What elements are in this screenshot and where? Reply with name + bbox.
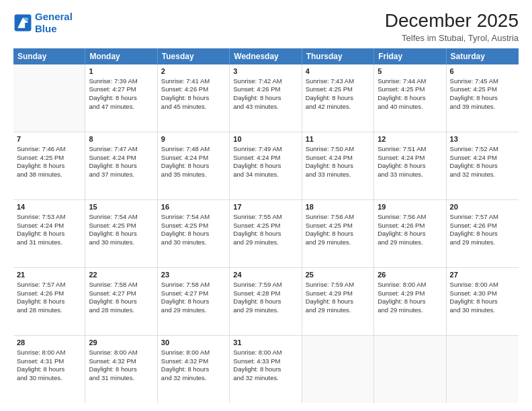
day-info: Sunrise: 7:39 AM Sunset: 4:27 PM Dayligh…	[89, 77, 137, 110]
day-number: 11	[306, 134, 370, 144]
day-info: Sunrise: 7:58 AM Sunset: 4:27 PM Dayligh…	[89, 281, 137, 314]
day-number: 2	[161, 66, 226, 77]
day-info: Sunrise: 8:00 AM Sunset: 4:33 PM Dayligh…	[233, 349, 281, 381]
day-info: Sunrise: 7:54 AM Sunset: 4:25 PM Dayligh…	[161, 213, 210, 246]
day-number: 28	[17, 338, 81, 348]
day-number: 30	[161, 338, 226, 348]
title-block: December 2025 Telfes im Stubai, Tyrol, A…	[385, 11, 519, 43]
calendar-cell: 15Sunrise: 7:54 AM Sunset: 4:25 PM Dayli…	[85, 200, 157, 267]
day-info: Sunrise: 7:55 AM Sunset: 4:25 PM Dayligh…	[233, 213, 281, 246]
day-number: 31	[233, 338, 298, 348]
header-day-saturday: Saturday	[447, 48, 519, 64]
day-info: Sunrise: 7:46 AM Sunset: 4:25 PM Dayligh…	[17, 145, 65, 178]
day-number: 27	[450, 270, 515, 280]
calendar-cell: 17Sunrise: 7:55 AM Sunset: 4:25 PM Dayli…	[230, 200, 302, 267]
calendar-cell: 14Sunrise: 7:53 AM Sunset: 4:24 PM Dayli…	[13, 200, 85, 267]
day-number: 24	[233, 270, 298, 280]
header-day-monday: Monday	[85, 48, 157, 64]
calendar-cell: 28Sunrise: 8:00 AM Sunset: 4:31 PM Dayli…	[13, 336, 85, 403]
calendar-cell	[302, 336, 374, 403]
header-day-friday: Friday	[374, 48, 446, 64]
header-day-sunday: Sunday	[13, 48, 85, 64]
day-number: 26	[378, 270, 442, 280]
day-info: Sunrise: 7:43 AM Sunset: 4:25 PM Dayligh…	[306, 77, 354, 110]
day-info: Sunrise: 7:59 AM Sunset: 4:29 PM Dayligh…	[306, 281, 354, 314]
header-day-tuesday: Tuesday	[158, 48, 230, 64]
day-number: 6	[450, 66, 515, 77]
calendar-cell: 13Sunrise: 7:52 AM Sunset: 4:24 PM Dayli…	[447, 132, 519, 199]
calendar-cell: 18Sunrise: 7:56 AM Sunset: 4:25 PM Dayli…	[302, 200, 374, 267]
day-number: 10	[233, 134, 298, 144]
calendar-cell: 30Sunrise: 8:00 AM Sunset: 4:32 PM Dayli…	[158, 336, 230, 403]
day-number: 13	[450, 134, 515, 144]
day-number: 9	[161, 134, 226, 144]
calendar-cell: 7Sunrise: 7:46 AM Sunset: 4:25 PM Daylig…	[13, 132, 85, 199]
calendar-cell	[13, 64, 85, 132]
day-info: Sunrise: 8:00 AM Sunset: 4:32 PM Dayligh…	[161, 349, 210, 381]
day-number: 21	[17, 270, 81, 280]
calendar-cell: 22Sunrise: 7:58 AM Sunset: 4:27 PM Dayli…	[85, 268, 157, 335]
calendar-cell: 19Sunrise: 7:56 AM Sunset: 4:26 PM Dayli…	[374, 200, 446, 267]
calendar-body: 1Sunrise: 7:39 AM Sunset: 4:27 PM Daylig…	[13, 64, 519, 403]
day-info: Sunrise: 7:41 AM Sunset: 4:26 PM Dayligh…	[161, 77, 210, 110]
calendar-cell	[374, 336, 446, 403]
header-day-wednesday: Wednesday	[230, 48, 302, 64]
day-info: Sunrise: 7:51 AM Sunset: 4:24 PM Dayligh…	[378, 145, 426, 178]
page: General Blue December 2025 Telfes im Stu…	[0, 0, 532, 411]
day-number: 3	[233, 66, 298, 77]
logo-text: General Blue	[35, 11, 73, 35]
day-info: Sunrise: 7:57 AM Sunset: 4:26 PM Dayligh…	[450, 213, 498, 246]
calendar-cell: 3Sunrise: 7:42 AM Sunset: 4:26 PM Daylig…	[230, 64, 302, 132]
day-info: Sunrise: 7:48 AM Sunset: 4:24 PM Dayligh…	[161, 145, 210, 178]
calendar-cell: 11Sunrise: 7:50 AM Sunset: 4:24 PM Dayli…	[302, 132, 374, 199]
day-number: 5	[378, 66, 442, 77]
calendar-cell: 9Sunrise: 7:48 AM Sunset: 4:24 PM Daylig…	[158, 132, 230, 199]
header-day-thursday: Thursday	[302, 48, 374, 64]
logo-line1: General	[35, 11, 73, 22]
calendar-week-5: 28Sunrise: 8:00 AM Sunset: 4:31 PM Dayli…	[13, 336, 519, 403]
day-info: Sunrise: 8:00 AM Sunset: 4:31 PM Dayligh…	[17, 349, 65, 381]
day-number: 12	[378, 134, 442, 144]
calendar: SundayMondayTuesdayWednesdayThursdayFrid…	[13, 48, 519, 403]
day-number: 23	[161, 270, 226, 280]
day-info: Sunrise: 7:50 AM Sunset: 4:24 PM Dayligh…	[306, 145, 354, 178]
day-info: Sunrise: 7:56 AM Sunset: 4:26 PM Dayligh…	[378, 213, 426, 246]
day-number: 19	[378, 202, 442, 212]
calendar-cell: 4Sunrise: 7:43 AM Sunset: 4:25 PM Daylig…	[302, 64, 374, 132]
calendar-header: SundayMondayTuesdayWednesdayThursdayFrid…	[13, 48, 519, 64]
calendar-cell: 16Sunrise: 7:54 AM Sunset: 4:25 PM Dayli…	[158, 200, 230, 267]
calendar-cell: 1Sunrise: 7:39 AM Sunset: 4:27 PM Daylig…	[85, 64, 157, 132]
main-title: December 2025	[385, 11, 519, 32]
day-info: Sunrise: 8:00 AM Sunset: 4:29 PM Dayligh…	[378, 281, 426, 314]
day-info: Sunrise: 7:53 AM Sunset: 4:24 PM Dayligh…	[17, 213, 65, 246]
logo: General Blue	[13, 11, 73, 35]
calendar-week-3: 14Sunrise: 7:53 AM Sunset: 4:24 PM Dayli…	[13, 200, 519, 268]
day-info: Sunrise: 7:47 AM Sunset: 4:24 PM Dayligh…	[89, 145, 137, 178]
day-info: Sunrise: 8:00 AM Sunset: 4:32 PM Dayligh…	[89, 349, 137, 381]
calendar-week-1: 1Sunrise: 7:39 AM Sunset: 4:27 PM Daylig…	[13, 64, 519, 132]
day-number: 22	[89, 270, 153, 280]
day-info: Sunrise: 7:56 AM Sunset: 4:25 PM Dayligh…	[306, 213, 354, 246]
day-number: 1	[89, 66, 153, 77]
calendar-cell	[447, 336, 519, 403]
day-number: 16	[161, 202, 226, 212]
calendar-cell: 21Sunrise: 7:57 AM Sunset: 4:26 PM Dayli…	[13, 268, 85, 335]
calendar-cell: 12Sunrise: 7:51 AM Sunset: 4:24 PM Dayli…	[374, 132, 446, 199]
calendar-cell: 5Sunrise: 7:44 AM Sunset: 4:25 PM Daylig…	[374, 64, 446, 132]
day-info: Sunrise: 7:52 AM Sunset: 4:24 PM Dayligh…	[450, 145, 498, 178]
day-number: 15	[89, 202, 153, 212]
day-info: Sunrise: 7:49 AM Sunset: 4:24 PM Dayligh…	[233, 145, 281, 178]
day-info: Sunrise: 7:59 AM Sunset: 4:28 PM Dayligh…	[233, 281, 281, 314]
day-number: 18	[306, 202, 370, 212]
calendar-cell: 6Sunrise: 7:45 AM Sunset: 4:25 PM Daylig…	[447, 64, 519, 132]
day-info: Sunrise: 7:44 AM Sunset: 4:25 PM Dayligh…	[378, 77, 426, 110]
logo-icon	[13, 13, 32, 32]
logo-line2: Blue	[35, 23, 57, 34]
calendar-cell: 20Sunrise: 7:57 AM Sunset: 4:26 PM Dayli…	[447, 200, 519, 267]
day-info: Sunrise: 7:45 AM Sunset: 4:25 PM Dayligh…	[450, 77, 498, 110]
calendar-cell: 23Sunrise: 7:58 AM Sunset: 4:27 PM Dayli…	[158, 268, 230, 335]
day-number: 8	[89, 134, 153, 144]
calendar-cell: 24Sunrise: 7:59 AM Sunset: 4:28 PM Dayli…	[230, 268, 302, 335]
calendar-cell: 26Sunrise: 8:00 AM Sunset: 4:29 PM Dayli…	[374, 268, 446, 335]
calendar-cell: 31Sunrise: 8:00 AM Sunset: 4:33 PM Dayli…	[230, 336, 302, 403]
